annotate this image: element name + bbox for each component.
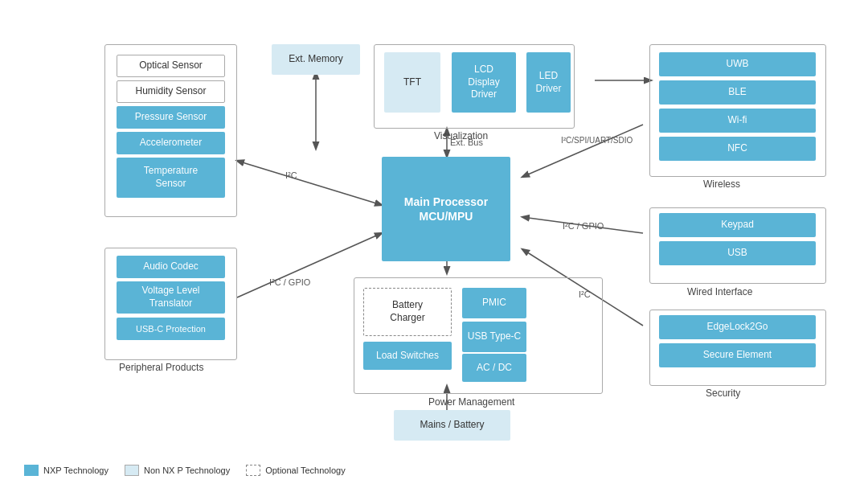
svg-line-0 [237,161,382,205]
visualization-label: Visualization [434,130,488,141]
ble-block: BLE [659,80,816,105]
audio-codec-block: Audio Codec [117,256,225,278]
pressure-sensor-block: Pressure Sensor [117,106,225,129]
legend-optional-box [246,465,260,476]
security-label: Security [706,388,740,399]
power-management-label: Power Management [428,396,514,408]
led-driver-block: LED Driver [526,52,571,113]
usbc-protection-block: USB-C Protection [117,318,225,340]
legend: NXP Technology Non NX P Technology Optio… [24,465,346,476]
wireless-label: Wireless [703,178,740,190]
secure-element-block: Secure Element [659,343,816,367]
usb-block: USB [659,241,816,265]
wifi-block: Wi-fi [659,109,816,133]
pmic-block: PMIC [462,288,526,318]
battery-charger-block: Battery Charger [363,288,452,336]
legend-non-nxp: Non NX P Technology [125,465,230,476]
ext-memory-block: Ext. Memory [272,44,360,75]
svg-line-5 [522,125,643,177]
temperature-sensor-block: Temperature Sensor [117,158,225,198]
legend-optional: Optional Technology [246,465,345,476]
legend-nxp: NXP Technology [24,465,108,476]
svg-text:I²C: I²C [285,170,297,180]
ac-dc-block: AC / DC [462,354,526,382]
svg-text:I²C / GPIO: I²C / GPIO [269,277,311,287]
nfc-block: NFC [659,137,816,161]
peripheral-products-label: Peripheral Products [119,362,203,373]
wired-interface-label: Wired Interface [687,286,752,297]
load-switches-block: Load Switches [363,342,452,370]
diagram: I²C Ext. Bus I²C/SPI/UART/SDIO I²C / GPI… [0,0,868,488]
legend-nxp-box [24,465,39,476]
keypad-block: Keypad [659,213,816,237]
svg-text:I²C/SPI/UART/SDIO: I²C/SPI/UART/SDIO [561,136,633,145]
svg-text:I²C / GPIO: I²C / GPIO [563,221,604,231]
accelerometer-block: Accelerometer [117,132,225,154]
optical-sensor-block: Optical Sensor [117,55,225,77]
humidity-sensor-block: Humidity Sensor [117,80,225,103]
voltage-level-block: Voltage Level Translator [117,281,225,314]
svg-line-8 [522,217,643,233]
lcd-display-driver-block: LCD Display Driver [452,52,516,113]
uwb-block: UWB [659,52,816,76]
edgelock-block: EdgeLock2Go [659,315,816,339]
mains-battery-block: Mains / Battery [394,410,510,441]
tft-block: TFT [384,52,440,113]
main-processor-block: Main Processor MCU/MPU [382,157,510,261]
usb-type-c-block: USB Type-C [462,322,526,352]
legend-non-nxp-box [125,465,139,476]
